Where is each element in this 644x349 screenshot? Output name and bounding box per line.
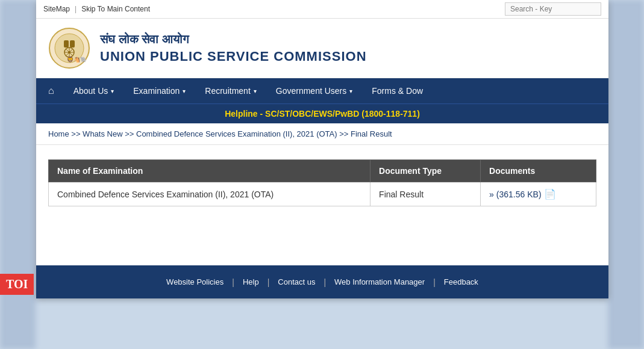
main-navigation: ⌂ About Us ▾ Examination ▾ Recruitment ▾… — [36, 78, 608, 103]
side-panel-left — [0, 0, 36, 349]
nav-examination[interactable]: Examination ▾ — [123, 79, 195, 103]
col-header-doc-type: Document Type — [370, 160, 481, 182]
utility-bar: SiteMap | Skip To Main Content — [36, 0, 608, 19]
emblem-logo: 🦁🐴🐘 — [48, 27, 90, 69]
toi-badge: TOI — [0, 274, 34, 295]
documents-cell: » (361.56 KB) 📄 — [481, 182, 596, 206]
doc-size: (361.56 KB) — [496, 190, 542, 199]
nav-recruitment[interactable]: Recruitment ▾ — [195, 79, 266, 103]
nav-government-users-label: Government Users — [276, 86, 346, 96]
nav-forms-download[interactable]: Forms & Dow — [362, 79, 433, 103]
breadcrumb: Home >> Whats New >> Combined Defence Se… — [36, 123, 608, 145]
helpline-bar: Helpline - SC/ST/OBC/EWS/PwBD (1800-118-… — [36, 103, 608, 123]
document-download-link[interactable]: » (361.56 KB) 📄 — [489, 188, 587, 200]
nav-recruitment-label: Recruitment — [205, 86, 250, 96]
nav-examination-label: Examination — [133, 86, 180, 96]
exam-name-cell: Combined Defence Services Examination (I… — [49, 182, 370, 206]
nav-government-users[interactable]: Government Users ▾ — [266, 79, 362, 103]
svg-text:🦁🐴🐘: 🦁🐴🐘 — [67, 56, 87, 63]
svg-rect-2 — [64, 40, 69, 48]
recruitment-chevron: ▾ — [254, 88, 257, 94]
nav-forms-download-label: Forms & Dow — [372, 86, 423, 96]
pdf-icon: 📄 — [544, 188, 556, 200]
side-panel-right — [608, 0, 644, 349]
skip-to-main-link[interactable]: Skip To Main Content — [81, 5, 150, 13]
footer-web-info-manager[interactable]: Web Information Manager — [326, 275, 433, 289]
footer-help[interactable]: Help — [234, 275, 267, 289]
hindi-title: संघ लोक सेवा आयोग — [100, 32, 367, 46]
nav-about-us[interactable]: About Us ▾ — [64, 79, 124, 103]
breadcrumb-current: Final Result — [351, 129, 392, 138]
breadcrumb-sep2: >> — [125, 129, 136, 138]
utility-separator: | — [75, 5, 77, 13]
search-input[interactable] — [505, 2, 601, 16]
breadcrumb-sep3: >> — [339, 129, 351, 138]
nav-home-button[interactable]: ⌂ — [39, 78, 64, 103]
result-table: Name of Examination Document Type Docume… — [48, 159, 596, 206]
gov-users-chevron: ▾ — [349, 88, 352, 94]
footer-feedback[interactable]: Feedback — [436, 275, 487, 289]
breadcrumb-whats-new[interactable]: Whats New — [83, 129, 122, 138]
english-title: UNION PUBLIC SERVICE COMMISSION — [100, 49, 367, 64]
content-area: Name of Examination Document Type Docume… — [36, 145, 608, 265]
helpline-text: Helpline - SC/ST/OBC/EWS/PwBD (1800-118-… — [225, 109, 420, 119]
about-us-chevron: ▾ — [111, 88, 114, 94]
breadcrumb-sep1: >> — [71, 129, 83, 138]
footer-contact-us[interactable]: Contact us — [269, 275, 324, 289]
doc-type-cell: Final Result — [370, 182, 481, 206]
site-footer: Website Policies | Help | Contact us | W… — [36, 265, 608, 298]
examination-chevron: ▾ — [183, 88, 186, 94]
col-header-name: Name of Examination — [49, 160, 370, 182]
svg-rect-3 — [70, 40, 75, 48]
home-icon: ⌂ — [48, 85, 54, 96]
breadcrumb-exam-link[interactable]: Combined Defence Services Examination (I… — [136, 129, 337, 138]
site-header: 🦁🐴🐘 संघ लोक सेवा आयोग UNION PUBLIC SERVI… — [36, 19, 608, 78]
sitemap-link[interactable]: SiteMap — [43, 5, 70, 13]
table-row: Combined Defence Services Examination (I… — [49, 182, 596, 206]
col-header-documents: Documents — [481, 160, 596, 182]
doc-link-prefix: » — [489, 190, 494, 199]
footer-links: Website Policies | Help | Contact us | W… — [46, 275, 599, 289]
header-text-block: संघ लोक सेवा आयोग UNION PUBLIC SERVICE C… — [100, 32, 367, 64]
breadcrumb-home[interactable]: Home — [48, 129, 69, 138]
footer-website-policies[interactable]: Website Policies — [158, 275, 232, 289]
nav-about-us-label: About Us — [73, 86, 108, 96]
